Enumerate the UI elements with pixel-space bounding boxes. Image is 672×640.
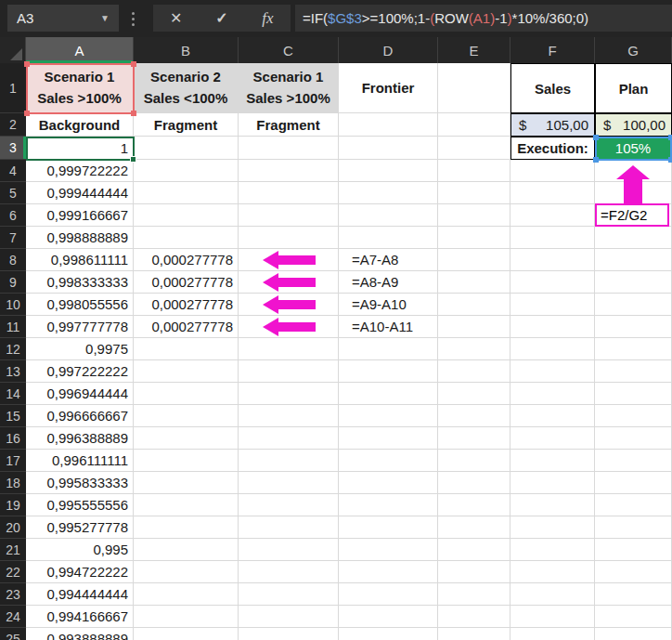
cell-C19[interactable] [239,494,339,516]
cell-D3[interactable] [339,137,438,160]
cell-C21[interactable] [239,539,339,561]
cell-A21[interactable]: 0,995 [26,539,134,561]
row-header-1[interactable]: 1 [0,63,26,113]
cell-B17[interactable] [134,450,239,472]
cell-C2[interactable]: Fragment [239,113,339,137]
cell-A5[interactable]: 0,999444444 [26,182,134,204]
cell-B16[interactable] [134,427,239,450]
cell-A14[interactable]: 0,996944444 [26,383,134,405]
cell-B18[interactable] [134,472,239,494]
cell-D19[interactable] [339,494,438,516]
cell-F4[interactable] [510,160,595,182]
cell-F1[interactable]: Sales [510,63,595,113]
cell-B1[interactable]: Scenario 2Sales <100% [134,63,239,113]
cell-B20[interactable] [134,516,239,539]
cell-D22[interactable] [339,561,438,583]
cell-F17[interactable] [510,450,595,472]
cell-G7[interactable] [595,227,672,249]
insert-function-icon[interactable]: fx [251,9,284,28]
cell-D20[interactable] [339,516,438,539]
column-header-F[interactable]: F [510,37,595,63]
row-header-2[interactable]: 2 [0,113,26,137]
cell-B2[interactable]: Fragment [134,113,239,137]
cell-B22[interactable] [134,561,239,583]
cell-B3[interactable] [134,137,239,160]
cell-G21[interactable] [595,539,672,561]
cell-D1[interactable]: Frontier [339,63,438,113]
cell-F7[interactable] [510,227,595,249]
cell-G1[interactable]: Plan [595,63,672,113]
cell-E8[interactable] [438,249,510,271]
cell-F9[interactable] [510,271,595,294]
cell-D5[interactable] [339,182,438,204]
cell-A4[interactable]: 0,999722222 [26,160,134,182]
cell-D16[interactable] [339,427,438,450]
cell-E15[interactable] [438,405,510,427]
cell-E13[interactable] [438,360,510,383]
cell-B15[interactable] [134,405,239,427]
cell-B5[interactable] [134,182,239,204]
cell-A17[interactable]: 0,996111111 [26,450,134,472]
cell-B4[interactable] [134,160,239,182]
cell-E5[interactable] [438,182,510,204]
cell-A9[interactable]: 0,998333333 [26,271,134,294]
cell-D11[interactable]: =A10-A11 [339,316,438,338]
cell-G14[interactable] [595,383,672,405]
cell-C22[interactable] [239,561,339,583]
cell-A2[interactable]: Background [26,113,134,137]
cell-D25[interactable] [339,628,438,640]
column-header-E[interactable]: E [438,37,510,63]
row-header-21[interactable]: 21 [0,539,26,561]
cell-G23[interactable] [595,583,672,606]
cell-C7[interactable] [239,227,339,249]
row-header-19[interactable]: 19 [0,494,26,516]
row-header-16[interactable]: 16 [0,427,26,450]
cell-G3[interactable]: 105% [595,137,672,160]
cell-G9[interactable] [595,271,672,294]
cell-A16[interactable]: 0,996388889 [26,427,134,450]
row-header-9[interactable]: 9 [0,271,26,294]
cell-G11[interactable] [595,316,672,338]
cell-D4[interactable] [339,160,438,182]
cell-E3[interactable] [438,137,510,160]
cell-E2[interactable] [438,113,510,137]
cell-G12[interactable] [595,338,672,360]
cell-D17[interactable] [339,450,438,472]
cell-F22[interactable] [510,561,595,583]
cell-B8[interactable]: 0,000277778 [134,249,239,271]
cell-D7[interactable] [339,227,438,249]
cell-F2[interactable]: $105,00 [510,113,595,137]
cell-E20[interactable] [438,516,510,539]
cell-F5[interactable] [510,182,595,204]
cell-A8[interactable]: 0,998611111 [26,249,134,271]
cell-B12[interactable] [134,338,239,360]
cell-D9[interactable]: =A8-A9 [339,271,438,294]
cell-A3[interactable]: 1 [26,137,134,160]
cell-B21[interactable] [134,539,239,561]
cell-G15[interactable] [595,405,672,427]
cell-A24[interactable]: 0,994166667 [26,606,134,628]
cell-C9[interactable] [239,271,339,294]
cell-B11[interactable]: 0,000277778 [134,316,239,338]
cell-G24[interactable] [595,606,672,628]
cell-F24[interactable] [510,606,595,628]
cell-F3[interactable]: Execution: [510,137,595,160]
cell-B9[interactable]: 0,000277778 [134,271,239,294]
cell-G6[interactable] [595,204,672,227]
cell-C25[interactable] [239,628,339,640]
cell-F15[interactable] [510,405,595,427]
cell-G18[interactable] [595,472,672,494]
cell-F18[interactable] [510,472,595,494]
row-header-25[interactable]: 25 [0,628,26,640]
cell-A19[interactable]: 0,995555556 [26,494,134,516]
row-header-12[interactable]: 12 [0,338,26,360]
row-header-10[interactable]: 10 [0,294,26,316]
cell-E24[interactable] [438,606,510,628]
cell-A12[interactable]: 0,9975 [26,338,134,360]
cell-C15[interactable] [239,405,339,427]
cell-C8[interactable] [239,249,339,271]
cell-D24[interactable] [339,606,438,628]
cell-G10[interactable] [595,294,672,316]
row-header-14[interactable]: 14 [0,383,26,405]
cell-E6[interactable] [438,204,510,227]
